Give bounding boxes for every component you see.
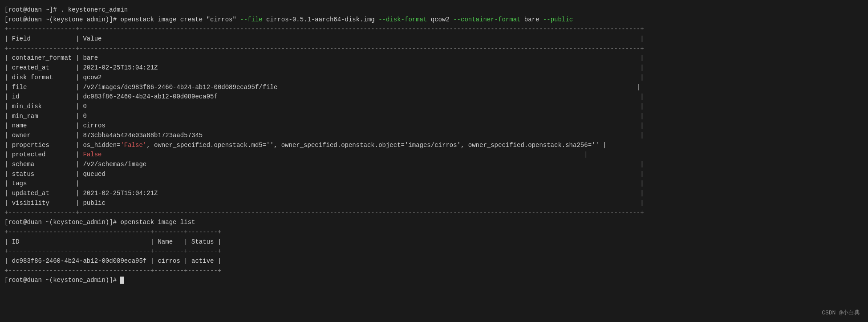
final-prompt[interactable]: [root@duan ~(keystone_admin)]# — [4, 276, 864, 285]
terminal-window: [root@duan ~]# . keystonerc_admin [root@… — [0, 4, 868, 287]
cmd-prefix: [root@duan ~(keystone_admin)]# openstack… — [4, 16, 240, 23]
row-status: | status | queued | — [4, 170, 864, 179]
cursor — [120, 277, 124, 284]
row-min-disk: | min_disk | 0 | — [4, 102, 864, 112]
cmd-disk-val: qcow2 — [427, 16, 453, 23]
flag-container-format: --container-format — [453, 16, 520, 23]
row-owner: | owner | 873cbba4a5424e03a88b1723aad573… — [4, 131, 864, 141]
flag-disk-format: --disk-format — [378, 16, 427, 23]
list-table-row-1: | dc983f86-2460-4b24-ab12-00d089eca95f |… — [4, 257, 864, 266]
row-created-at: | created_at | 2021-02-25T15:04:21Z | — [4, 63, 864, 73]
row-container-format: | container_format | bare | — [4, 53, 864, 63]
line-image-list-cmd: [root@duan ~(keystone_admin)]# openstack… — [4, 218, 864, 228]
protected-value: False — [83, 151, 101, 158]
cmd-container-val: bare — [520, 16, 543, 23]
list-table-bottom: +--------------------------------------+… — [4, 266, 864, 276]
flag-file: --file — [240, 16, 262, 23]
row-tags: | tags | | — [4, 179, 864, 189]
row-min-ram: | min_ram | 0 | — [4, 112, 864, 122]
line-2: [root@duan ~(keystone_admin)]# openstack… — [4, 15, 864, 25]
table-top-border: +------------------+--------------------… — [4, 24, 864, 34]
flag-public: --public — [543, 16, 573, 23]
row-schema: | schema | /v2/schemas/image | — [4, 160, 864, 170]
list-table-header-divider: +--------------------------------------+… — [4, 247, 864, 257]
table-header-divider: +------------------+--------------------… — [4, 44, 864, 54]
row-visibility: | visibility | public | — [4, 199, 864, 208]
cmd-file-val: cirros-0.5.1-aarch64-disk.img — [263, 16, 378, 23]
table-header-row: | Field | Value | — [4, 34, 864, 44]
list-table-header: | ID | Name | Status | — [4, 237, 864, 247]
row-protected: | protected | False | — [4, 150, 864, 160]
line-1: [root@duan ~]# . keystonerc_admin — [4, 5, 864, 15]
row-name: | name | cirros | — [4, 121, 864, 131]
row-disk-format: | disk_format | qcow2 | — [4, 73, 864, 83]
row-file: | file | /v2/images/dc983f86-2460-4b24-a… — [4, 83, 864, 93]
list-table-top: +--------------------------------------+… — [4, 228, 864, 237]
row-id: | id | dc983f86-2460-4b24-ab12-00d089eca… — [4, 92, 864, 102]
row-properties: | properties | os_hidden='False', owner_… — [4, 141, 864, 151]
table-bottom-border: +------------------+--------------------… — [4, 208, 864, 218]
row-updated-at: | updated_at | 2021-02-25T15:04:21Z | — [4, 189, 864, 199]
properties-false-val: 'False' — [120, 142, 146, 149]
watermark: CSDN @小白典 — [822, 309, 860, 317]
